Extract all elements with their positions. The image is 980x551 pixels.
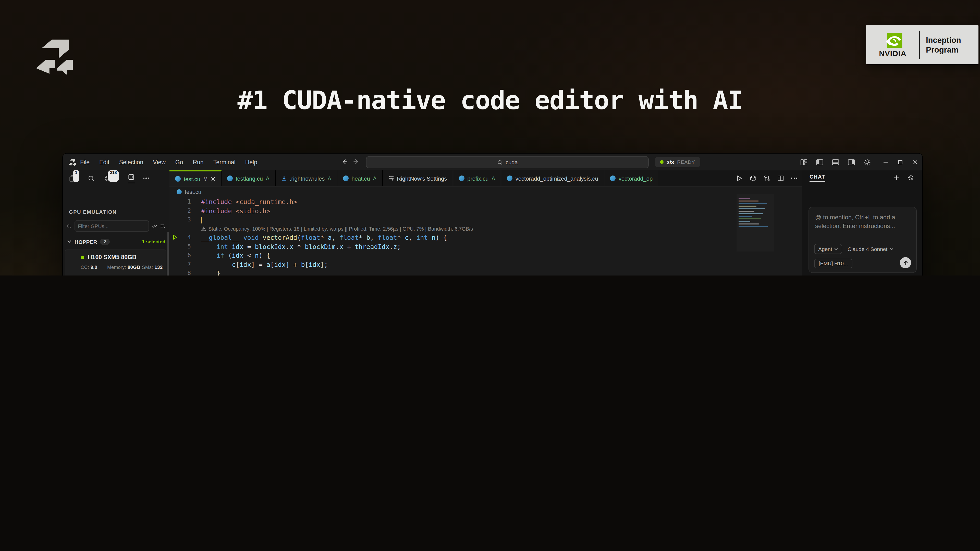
menu-terminal[interactable]: Terminal <box>213 159 235 165</box>
close-tab-icon[interactable] <box>211 176 215 181</box>
chat-history-icon[interactable] <box>907 175 914 181</box>
explorer-badge: 1 <box>73 170 80 182</box>
code-line[interactable]: 5 int idx = blockIdx.x * blockDim.x + th… <box>169 242 802 251</box>
minimize-icon[interactable] <box>883 159 889 165</box>
brand-logo <box>35 36 73 75</box>
arrow-up-icon <box>903 260 908 265</box>
layout-customize-icon[interactable] <box>800 159 808 165</box>
code-line[interactable]: 1#include <cuda_runtime.h> <box>169 197 802 206</box>
warning-icon <box>201 227 206 231</box>
chat-tab[interactable]: CHAT <box>810 173 825 182</box>
tab-rightnow-settings[interactable]: RightNow's Settings <box>383 170 453 186</box>
chat-placeholder: @ to mention, Ctrl+L to add a selection.… <box>815 213 910 230</box>
menu-view[interactable]: View <box>153 159 165 165</box>
source-control-icon[interactable]: 218 <box>104 175 119 182</box>
gpu-item-h100-sxm5[interactable]: H100 SXM5 80GB CC:9.0 Memory:80GB SMs:13… <box>65 249 166 275</box>
tab-vectoradd-op[interactable]: vectoradd_op <box>605 170 658 186</box>
tab-vectoradd-analysis[interactable]: vectoradd_optimized_analysis.cu <box>501 170 605 186</box>
code-line[interactable]: 7 c[idx] = a[idx] + b[idx]; <box>169 260 802 269</box>
cuda-file-icon <box>343 176 348 181</box>
command-search-input[interactable]: cuda <box>366 156 649 168</box>
group-selected-note: 1 selected <box>142 239 165 245</box>
toggle-sidebar-icon[interactable] <box>816 159 823 165</box>
tab-heat-cu[interactable]: heat.cu A <box>337 170 383 186</box>
menu-run[interactable]: Run <box>192 159 204 165</box>
gpu-group-hopper[interactable]: HOPPER 2 1 selected <box>63 236 169 247</box>
inception-program-label: Inception Program <box>920 35 978 54</box>
code-line[interactable]: 2#include <stdio.h> <box>169 206 802 215</box>
tab-modified-marker: M <box>204 176 208 182</box>
editor-more-actions-icon[interactable] <box>791 178 797 179</box>
tab-bar: test.cu M testlang.cu A .rightnowrules A… <box>169 170 802 187</box>
tab-added-marker: A <box>266 176 269 181</box>
compare-changes-icon[interactable] <box>763 175 770 182</box>
editor-window: File Edit Selection View Go Run Terminal… <box>62 153 923 275</box>
tab-rightnowrules[interactable]: .rightnowrules A <box>275 170 337 186</box>
page-title: #1 CUDA-native code editor with AI <box>0 86 980 115</box>
text-cursor <box>201 217 202 224</box>
run-file-icon[interactable] <box>736 175 742 182</box>
nav-forward-icon[interactable] <box>353 158 360 165</box>
menu-help[interactable]: Help <box>245 159 257 165</box>
activity-bar: 1 218 <box>63 170 169 186</box>
context-chip[interactable]: [EMU] H10... <box>814 259 853 268</box>
page: #1 CUDA-native code editor with AI NVIDI… <box>0 0 980 275</box>
status-dot <box>660 160 663 164</box>
chat-input[interactable]: @ to mention, Ctrl+L to add a selection.… <box>808 206 917 273</box>
gpu-status-dot <box>81 256 84 259</box>
close-icon[interactable] <box>912 159 918 165</box>
send-button[interactable] <box>900 257 911 268</box>
download-icon <box>281 176 286 181</box>
gpu-emulation-icon[interactable] <box>127 173 135 183</box>
cuda-file-icon <box>458 176 464 181</box>
maximize-icon[interactable] <box>897 159 904 165</box>
explorer-icon[interactable]: 1 <box>69 175 80 182</box>
code-line[interactable]: 6 if (idx < n) { <box>169 251 802 260</box>
nav-back-icon[interactable] <box>341 158 348 165</box>
settings-gear-icon[interactable] <box>864 159 871 165</box>
tab-added-marker: A <box>492 176 495 181</box>
chevron-down-icon <box>834 247 838 251</box>
model-dropdown[interactable]: Claude 4 Sonnet <box>848 246 894 252</box>
code-line[interactable]: 3 <box>169 215 802 224</box>
split-editor-icon[interactable] <box>777 175 784 182</box>
menu-selection[interactable]: Selection <box>119 159 143 165</box>
minimap[interactable] <box>737 194 774 251</box>
search-panel-icon[interactable] <box>88 175 95 182</box>
chevron-down-icon <box>67 239 72 244</box>
status-badge[interactable]: 3/3 READY <box>655 157 700 167</box>
new-chat-icon[interactable] <box>893 175 900 181</box>
cuda-file-icon <box>507 176 512 181</box>
menu-go[interactable]: Go <box>175 159 183 165</box>
menu-file[interactable]: File <box>80 159 89 165</box>
toggle-secondary-sidebar-icon[interactable] <box>848 159 855 165</box>
code-editor[interactable]: 1#include <cuda_runtime.h>2#include <std… <box>169 197 802 275</box>
status-label: READY <box>677 159 695 165</box>
code-line[interactable]: 8 } <box>169 269 802 275</box>
source-control-badge: 218 <box>108 170 119 182</box>
more-actions-icon[interactable] <box>143 178 149 179</box>
menu-bar: File Edit Selection View Go Run Terminal… <box>80 154 257 170</box>
window-titlebar: File Edit Selection View Go Run Terminal… <box>63 154 922 171</box>
menu-edit[interactable]: Edit <box>99 159 110 165</box>
nvidia-inception-badge: NVIDIA Inception Program <box>866 25 978 64</box>
toggle-panel-icon[interactable] <box>832 159 839 165</box>
clear-filter-icon[interactable] <box>160 223 165 229</box>
code-line[interactable]: 4__global__ void vectorAdd(float* a, flo… <box>169 233 802 242</box>
cuda-file-icon <box>610 176 616 181</box>
sidebar-scrollbar[interactable] <box>167 232 169 275</box>
select-all-icon[interactable] <box>152 223 157 229</box>
agent-mode-dropdown[interactable]: Agent <box>814 244 842 254</box>
kernel-annotation: Static: Occupancy: 100% | Registers: 18 … <box>169 224 802 233</box>
status-count: 3/3 <box>667 159 674 165</box>
nvidia-eye-icon <box>883 32 903 48</box>
package-icon[interactable] <box>749 175 756 182</box>
tab-prefix-cu[interactable]: prefix.cu A <box>453 170 501 186</box>
tab-testlang-cu[interactable]: testlang.cu A <box>221 170 275 186</box>
filter-gpus-input[interactable] <box>74 221 149 232</box>
search-icon <box>497 159 503 165</box>
breadcrumb[interactable]: test.cu <box>177 189 201 195</box>
tab-test-cu[interactable]: test.cu M <box>169 170 221 186</box>
run-kernel-icon[interactable] <box>172 235 178 240</box>
chat-panel: CHAT @ to mention, Ctrl+L to add a selec… <box>802 170 922 275</box>
